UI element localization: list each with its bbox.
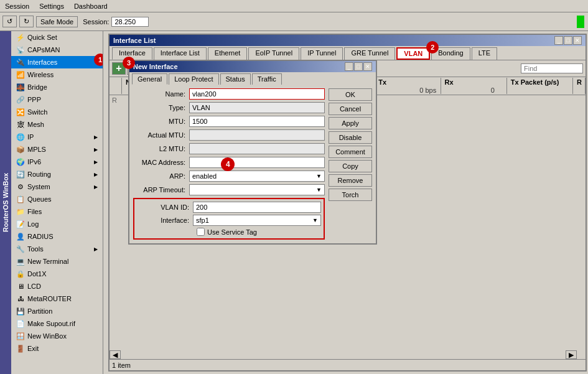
connection-indicator: [577, 16, 584, 28]
sidebar-item-ipv6[interactable]: 🌍 IPv6 ▶: [11, 156, 103, 168]
torch-button[interactable]: Torch: [329, 189, 372, 201]
interfaces-icon: 🔌: [16, 58, 25, 67]
find-input[interactable]: [521, 63, 583, 73]
sidebar-item-bridge[interactable]: 🌉 Bridge: [11, 81, 103, 93]
new-terminal-icon: 💻: [16, 257, 25, 266]
sidebar-item-make-supout[interactable]: 📄 Make Supout.rif: [11, 317, 103, 330]
scroll-right[interactable]: ▶: [566, 350, 577, 359]
service-tag-row: Use Service Tag: [137, 228, 321, 236]
disable-button[interactable]: Disable: [329, 131, 372, 144]
dialog-close[interactable]: ✕: [363, 62, 372, 71]
name-label: Name:: [133, 90, 189, 98]
sidebar-item-routing[interactable]: 🔄 Routing ▶: [11, 168, 103, 180]
winbox-sidebar: RouterOS WinBox ⚡ Quick Set 📡 CAPsMAN 🔌 …: [0, 31, 103, 374]
sidebar-item-label: Queues: [27, 195, 52, 203]
tab-interface-list[interactable]: Interface List: [154, 47, 207, 60]
ok-button[interactable]: OK: [329, 88, 372, 101]
sidebar-item-quick-set[interactable]: ⚡ Quick Set: [11, 31, 103, 44]
mtu-input[interactable]: [189, 116, 325, 127]
scroll-left[interactable]: ◀: [110, 350, 121, 359]
sidebar-item-label: MPLS: [27, 146, 46, 153]
sidebar-item-interfaces[interactable]: 🔌 Interfaces 1: [11, 56, 103, 68]
arp-dropdown-arrow: ▼: [316, 173, 322, 179]
redo-button[interactable]: ↻: [19, 16, 34, 27]
name-input[interactable]: [189, 88, 325, 100]
vlan-interface-select[interactable]: sfp1 ▼: [193, 215, 321, 226]
sidebar-item-partition[interactable]: 💾 Partition: [11, 305, 103, 317]
sidebar-item-label: Wireless: [27, 71, 54, 78]
sidebar-item-ppp[interactable]: 🔗 PPP: [11, 93, 103, 106]
annotation-1: 1: [94, 54, 103, 66]
undo-button[interactable]: ↺: [2, 16, 17, 27]
vlan-id-input[interactable]: [193, 202, 321, 213]
add-button[interactable]: + 3: [112, 62, 126, 75]
dialog-tab-status[interactable]: Status: [220, 73, 251, 85]
mac-address-input[interactable]: [189, 157, 325, 168]
sidebar-item-mesh[interactable]: 🕸 Mesh: [11, 118, 103, 131]
arp-timeout-label: ARP Timeout:: [133, 186, 189, 194]
session-menu[interactable]: Session: [0, 1, 34, 11]
vlan-section: VLAN ID: Interface: sfp1 ▼: [133, 198, 325, 240]
sidebar-item-mpls[interactable]: 📦 MPLS ▶: [11, 143, 103, 156]
use-service-tag-checkbox[interactable]: [197, 228, 205, 236]
dialog-tab-general[interactable]: General: [132, 73, 167, 85]
l2mtu-row: L2 MTU:: [133, 143, 325, 154]
remove-button[interactable]: Remove: [329, 174, 372, 187]
tab-bar: Interface Interface List Ethernet EoIP T…: [110, 46, 586, 60]
arp-label: ARP:: [133, 172, 189, 180]
tab-ip-tunnel[interactable]: IP Tunnel: [301, 47, 343, 60]
sidebar-item-system[interactable]: ⚙ System ▶: [11, 180, 103, 193]
sidebar-item-dot1x[interactable]: 🔒 Dot1X: [11, 268, 103, 280]
toolbar: ↺ ↻ Safe Mode Session:: [0, 12, 588, 31]
button-area: OK Cancel Apply Disable Comment Copy Rem…: [329, 88, 372, 240]
sidebar-item-capsman[interactable]: 📡 CAPsMAN: [11, 44, 103, 56]
comment-button[interactable]: Comment: [329, 146, 372, 158]
radius-icon: 👤: [16, 232, 25, 241]
tx-packets-value: 0: [491, 86, 562, 94]
sidebar-item-lcd[interactable]: 🖥 LCD: [11, 280, 103, 292]
name-row: Name:: [133, 88, 325, 100]
copy-button[interactable]: Copy: [329, 160, 372, 172]
dialog-tab-loop-protect[interactable]: Loop Protect: [169, 73, 218, 85]
arp-select[interactable]: enabled ▼: [189, 171, 325, 182]
maximize-button[interactable]: □: [564, 36, 572, 45]
dialog-maximize[interactable]: □: [354, 62, 363, 71]
dialog-tab-traffic[interactable]: Traffic: [252, 73, 282, 85]
close-button[interactable]: ✕: [573, 36, 582, 45]
sidebar-item-switch[interactable]: 🔀 Switch: [11, 106, 103, 118]
log-icon: 📝: [16, 220, 25, 228]
settings-menu[interactable]: Settings: [34, 1, 69, 11]
tab-vlan[interactable]: VLAN 2: [396, 47, 430, 60]
capsman-icon: 📡: [16, 45, 25, 54]
sidebar-item-radius[interactable]: 👤 RADIUS: [11, 230, 103, 243]
cancel-button[interactable]: Cancel: [329, 103, 372, 115]
session-input[interactable]: [111, 17, 149, 27]
sidebar-item-exit[interactable]: 🚪 Exit: [11, 342, 103, 355]
sidebar-item-wireless[interactable]: 📶 Wireless: [11, 68, 103, 81]
minimize-button[interactable]: _: [554, 36, 563, 45]
sidebar-item-ip[interactable]: 🌐 IP ▶: [11, 131, 103, 143]
sidebar-item-new-terminal[interactable]: 💻 New Terminal: [11, 255, 103, 268]
dialog-title-bar: New Interface _ □ ✕: [129, 61, 376, 72]
sidebar-item-files[interactable]: 📁 Files: [11, 205, 103, 218]
tab-ethernet[interactable]: Ethernet: [208, 47, 248, 60]
sidebar-item-label: New WinBox: [27, 332, 67, 340]
safe-mode-button[interactable]: Safe Mode: [36, 16, 78, 27]
dashboard-menu[interactable]: Dashboard: [69, 1, 113, 11]
tab-gre-tunnel[interactable]: GRE Tunnel: [344, 47, 395, 60]
ipv6-icon: 🌍: [16, 157, 25, 166]
sidebar-item-metarouter[interactable]: 🖧 MetaROUTER: [11, 292, 103, 305]
arp-timeout-select[interactable]: ▼: [189, 184, 325, 195]
sidebar-item-queues[interactable]: 📋 Queues: [11, 193, 103, 205]
sidebar-item-label: System: [27, 183, 50, 190]
sidebar-item-tools[interactable]: 🔧 Tools ▶: [11, 243, 103, 255]
apply-button[interactable]: Apply: [329, 117, 372, 129]
routeros-winbox-label: RouterOS WinBox: [0, 31, 11, 374]
dialog-minimize[interactable]: _: [345, 62, 353, 71]
tab-eoip-tunnel[interactable]: EoIP Tunnel: [248, 47, 299, 60]
vlan-interface-arrow: ▼: [312, 217, 318, 223]
mac-address-row: MAC Address:: [133, 157, 325, 168]
sidebar-item-new-winbox[interactable]: 🪟 New WinBox: [11, 330, 103, 342]
sidebar-item-log[interactable]: 📝 Log: [11, 218, 103, 230]
tab-lte[interactable]: LTE: [472, 47, 497, 60]
